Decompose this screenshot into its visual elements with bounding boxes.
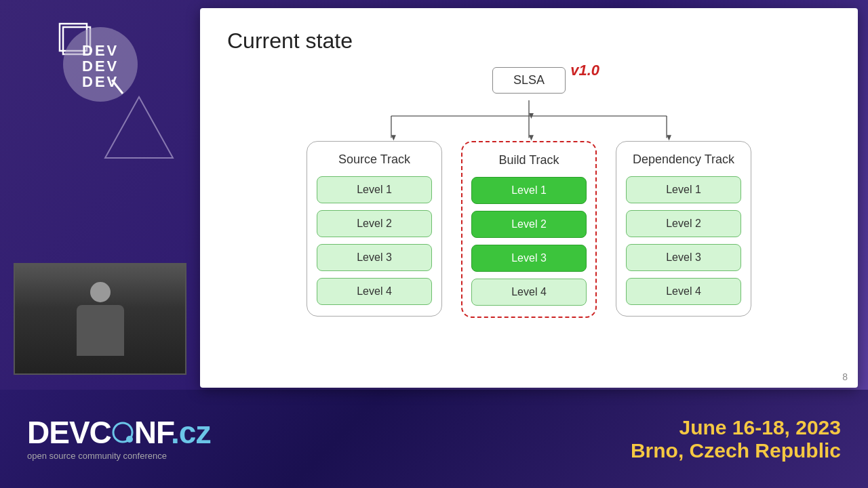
build-track: Build Track Level 1 Level 2 Level 3 Leve… xyxy=(461,141,597,318)
slsa-wrapper: SLSA v1.0 xyxy=(492,67,566,94)
dependency-track-title: Dependency Track xyxy=(633,152,734,167)
build-level-3: Level 3 xyxy=(471,245,587,272)
slide-content: Current state SLSA v1.0 xyxy=(200,8,858,388)
svg-marker-7 xyxy=(105,97,173,158)
svg-text:DEV: DEV xyxy=(82,58,119,75)
source-level-2: Level 2 xyxy=(317,210,432,237)
source-track-title: Source Track xyxy=(338,152,410,167)
connector-lines xyxy=(292,100,766,141)
dependency-track: Dependency Track Level 1 Level 2 Level 3… xyxy=(616,141,751,317)
build-level-4: Level 4 xyxy=(471,279,587,306)
slide-title: Current state xyxy=(227,28,831,54)
devconf-brand: DEVC NF.cz xyxy=(27,417,210,449)
dep-level-2: Level 2 xyxy=(626,210,741,237)
source-level-3: Level 3 xyxy=(317,244,432,271)
devconf-o-circle xyxy=(111,421,134,444)
build-level-1: Level 1 xyxy=(471,177,587,204)
event-location: Brno, Czech Republic xyxy=(631,439,841,462)
source-level-4: Level 4 xyxy=(317,278,432,305)
dep-level-1: Level 1 xyxy=(626,176,741,203)
slsa-box: SLSA xyxy=(492,67,566,94)
build-track-title: Build Track xyxy=(498,153,559,167)
svg-text:DEV: DEV xyxy=(82,42,119,59)
devconf-subtitle: open source community conference xyxy=(27,451,210,461)
event-info: June 16-18, 2023 Brno, Czech Republic xyxy=(631,416,841,462)
webcam-inner xyxy=(15,264,185,373)
source-level-1: Level 1 xyxy=(317,176,432,203)
slide: Current state SLSA v1.0 xyxy=(200,8,858,388)
event-date: June 16-18, 2023 xyxy=(631,416,841,439)
logo-area: DEV DEV DEV xyxy=(14,14,186,190)
diagram: SLSA v1.0 xyxy=(227,67,831,318)
dep-level-3: Level 3 xyxy=(626,244,741,271)
triangle-decoration xyxy=(102,94,176,161)
slsa-label: SLSA xyxy=(513,73,545,87)
bottom-bar: DEVC NF.cz open source community confere… xyxy=(0,390,868,488)
build-level-2: Level 2 xyxy=(471,211,587,238)
version-label: v1.0 xyxy=(570,62,599,79)
slide-number: 8 xyxy=(842,371,848,382)
dep-level-4: Level 4 xyxy=(626,278,741,305)
tracks-row: Source Track Level 1 Level 2 Level 3 Lev… xyxy=(307,141,751,318)
webcam-feed xyxy=(14,263,186,375)
svg-point-14 xyxy=(126,436,133,443)
devconf-logo: DEVC NF.cz open source community confere… xyxy=(27,417,210,462)
source-track: Source Track Level 1 Level 2 Level 3 Lev… xyxy=(307,141,442,317)
devconf-name-row: DEVC NF.cz xyxy=(27,417,210,449)
